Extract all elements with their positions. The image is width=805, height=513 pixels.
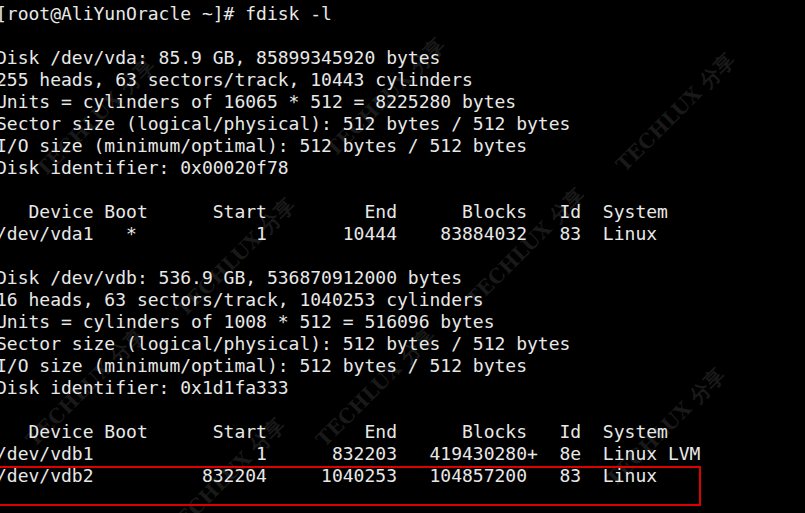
terminal-line-11 <box>0 245 700 267</box>
terminal-line-9: Device Boot Start End Blocks Id System <box>0 201 700 223</box>
terminal-line-2: Disk /dev/vda: 85.9 GB, 85899345920 byte… <box>0 47 700 69</box>
terminal-line-1 <box>0 25 700 47</box>
terminal-line-18 <box>0 399 700 421</box>
terminal-line-14: Units = cylinders of 1008 * 512 = 516096… <box>0 311 700 333</box>
terminal-line-0: [root@AliYunOracle ~]# fdisk -l <box>0 3 700 25</box>
terminal-screen[interactable]: TECHLUX 分享TECHLUX 分享TECHLUX 分享TECHLUX 分享… <box>0 0 805 513</box>
terminal-line-17: Disk identifier: 0x1d1fa333 <box>0 377 700 399</box>
terminal-line-10: /dev/vda1 * 1 10444 83884032 83 Linux <box>0 223 700 245</box>
terminal-line-15: Sector size (logical/physical): 512 byte… <box>0 333 700 355</box>
terminal-line-13: 16 heads, 63 sectors/track, 1040253 cyli… <box>0 289 700 311</box>
terminal-line-16: I/O size (minimum/optimal): 512 bytes / … <box>0 355 700 377</box>
terminal-line-7: Disk identifier: 0x00020f78 <box>0 157 700 179</box>
terminal-line-4: Units = cylinders of 16065 * 512 = 82252… <box>0 91 700 113</box>
terminal-line-20: /dev/vdb1 1 832203 419430280+ 8e Linux L… <box>0 443 700 465</box>
terminal-output: [root@AliYunOracle ~]# fdisk -l Disk /de… <box>0 3 700 487</box>
terminal-line-3: 255 heads, 63 sectors/track, 10443 cylin… <box>0 69 700 91</box>
terminal-line-19: Device Boot Start End Blocks Id System <box>0 421 700 443</box>
terminal-line-8 <box>0 179 700 201</box>
terminal-line-6: I/O size (minimum/optimal): 512 bytes / … <box>0 135 700 157</box>
terminal-line-21: /dev/vdb2 832204 1040253 104857200 83 Li… <box>0 465 700 487</box>
terminal-line-5: Sector size (logical/physical): 512 byte… <box>0 113 700 135</box>
terminal-line-12: Disk /dev/vdb: 536.9 GB, 536870912000 by… <box>0 267 700 289</box>
